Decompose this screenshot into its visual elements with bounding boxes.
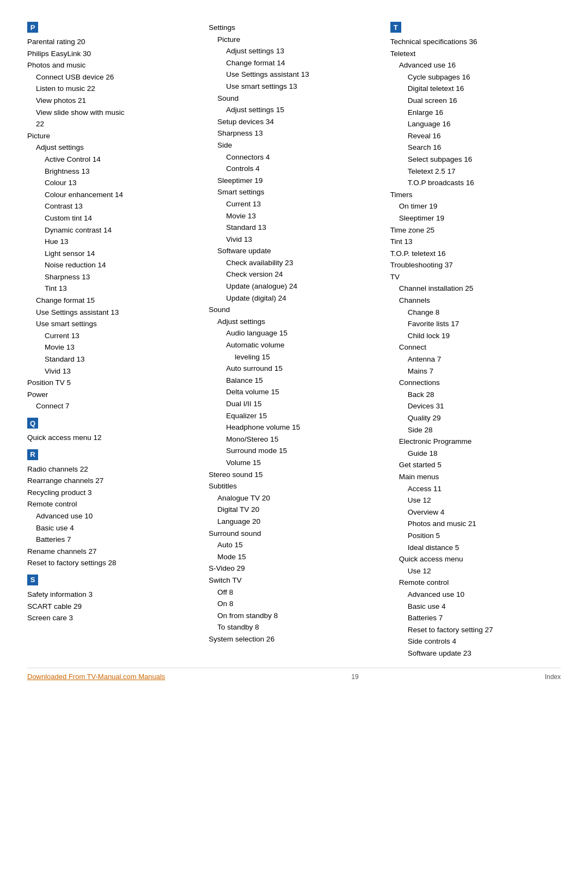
index-entry: Tint 13 bbox=[45, 283, 198, 295]
index-entry: Mode 15 bbox=[217, 551, 379, 563]
index-entry: Surround mode 15 bbox=[226, 445, 379, 457]
index-entry: Audio language 15 bbox=[226, 327, 379, 339]
footer-page-number: 19 bbox=[351, 673, 358, 681]
index-entry: Batteries 7 bbox=[36, 534, 198, 546]
index-entry: Access 11 bbox=[408, 483, 561, 495]
index-entry: T.O.P broadcasts 16 bbox=[408, 177, 561, 189]
index-entry: Rename channels 27 bbox=[27, 546, 198, 558]
index-entry: Connect 7 bbox=[36, 400, 198, 412]
index-entry: Ideal distance 5 bbox=[408, 542, 561, 554]
index-entry: Check version 24 bbox=[226, 268, 379, 280]
index-entry: Devices 31 bbox=[408, 400, 561, 412]
footer: Downloaded From TV-Manual.com Manuals 19… bbox=[27, 668, 561, 681]
index-entry: Power bbox=[27, 389, 198, 401]
index-entry: Safety information 3 bbox=[27, 589, 198, 601]
index-entry: Channels bbox=[399, 295, 561, 307]
index-entry: Dynamic contrast 14 bbox=[45, 224, 198, 236]
index-entry: Guide 18 bbox=[408, 448, 561, 460]
index-entry: Balance 15 bbox=[226, 375, 379, 387]
index-entry: Antenna 7 bbox=[408, 353, 561, 365]
index-entry: Basic use 4 bbox=[36, 522, 198, 534]
index-entry: Sound bbox=[209, 304, 379, 316]
index-entry: Update (digital) 24 bbox=[226, 292, 379, 304]
index-entry: Connections bbox=[399, 377, 561, 389]
index-entry: Adjust settings bbox=[217, 316, 379, 328]
index-entry: Language 16 bbox=[408, 118, 561, 130]
index-entry: Time zone 25 bbox=[390, 224, 561, 236]
column-0: PParental rating 20Philips EasyLink 30Ph… bbox=[27, 22, 209, 624]
index-entry: Teletext 2.5 17 bbox=[408, 166, 561, 178]
index-entry: T.O.P. teletext 16 bbox=[390, 248, 561, 260]
index-entry: Standard 13 bbox=[45, 353, 198, 365]
index-entry: Smart settings bbox=[217, 186, 379, 198]
index-entry: Software update bbox=[217, 245, 379, 257]
index-entry: Sharpness 13 bbox=[217, 127, 379, 139]
index-entry: Screen care 3 bbox=[27, 612, 198, 624]
index-entry: Troubleshooting 37 bbox=[390, 259, 561, 271]
index-entry: Side bbox=[217, 139, 379, 151]
index-entry: Use smart settings 13 bbox=[226, 81, 379, 93]
index-entry: Radio channels 22 bbox=[27, 463, 198, 475]
index-entry: Sound bbox=[217, 93, 379, 105]
index-entry: Movie 13 bbox=[226, 210, 379, 222]
index-entry: Adjust settings 15 bbox=[226, 104, 379, 116]
index-entry: System selection 26 bbox=[209, 633, 379, 645]
index-entry: Quality 29 bbox=[408, 412, 561, 424]
index-entry: Sleeptimer 19 bbox=[399, 212, 561, 224]
index-entry: Remote control bbox=[399, 577, 561, 589]
index-entry: Quick access menu bbox=[399, 553, 561, 565]
index-entry: Recycling product 3 bbox=[27, 487, 198, 499]
index-entry: Sharpness 13 bbox=[45, 271, 198, 283]
index-entry: Enlarge 16 bbox=[408, 107, 561, 119]
index-entry: Main menus bbox=[399, 471, 561, 483]
index-entry: Noise reduction 14 bbox=[45, 259, 198, 271]
index-entry: View photos 21 bbox=[36, 95, 198, 107]
index-entry: Timers bbox=[390, 189, 561, 201]
index-entry: Use Settings assistant 13 bbox=[36, 307, 198, 319]
index-entry: Controls 4 bbox=[226, 163, 379, 175]
index-entry: Check availability 23 bbox=[226, 257, 379, 269]
index-entry: On timer 19 bbox=[399, 200, 561, 212]
index-entry: Cycle subpages 16 bbox=[408, 71, 561, 83]
section-header-s: S bbox=[27, 575, 38, 585]
section-header-p: P bbox=[27, 22, 38, 33]
index-entry: Mono/Stereo 15 bbox=[226, 433, 379, 445]
index-entry: Advanced use 10 bbox=[408, 589, 561, 601]
index-entry: Analogue TV 20 bbox=[217, 492, 379, 504]
index-entry: Teletext bbox=[390, 48, 561, 60]
section-header-r: R bbox=[27, 449, 38, 460]
page: PParental rating 20Philips EasyLink 30Ph… bbox=[0, 0, 588, 692]
index-entry: Basic use 4 bbox=[408, 601, 561, 613]
column-2: TTechnical specifications 36TeletextAdva… bbox=[390, 22, 561, 659]
index-entry: On 8 bbox=[217, 598, 379, 610]
index-entry: Connectors 4 bbox=[226, 151, 379, 163]
section-header-q: Q bbox=[27, 418, 38, 429]
index-entry: Channel installation 25 bbox=[399, 283, 561, 295]
index-entry: Current 13 bbox=[45, 330, 198, 342]
index-entry: Hue 13 bbox=[45, 236, 198, 248]
index-entry: SCART cable 29 bbox=[27, 601, 198, 613]
index-entry: Advanced use 16 bbox=[399, 59, 561, 71]
index-entry: Child lock 19 bbox=[408, 330, 561, 342]
index-entry: Philips EasyLink 30 bbox=[27, 48, 198, 60]
index-entry: S-Video 29 bbox=[209, 563, 379, 575]
index-entry: 22 bbox=[36, 118, 198, 130]
index-entry: Side 28 bbox=[408, 424, 561, 436]
index-entry: Automatic volume bbox=[226, 339, 379, 351]
index-entry: Electronic Programme bbox=[399, 436, 561, 448]
index-entry: Change format 14 bbox=[226, 57, 379, 69]
index-entry: Photos and music bbox=[27, 59, 198, 71]
index-entry: Tint 13 bbox=[390, 236, 561, 248]
index-entry: Headphone volume 15 bbox=[226, 421, 379, 433]
index-entry: Position TV 5 bbox=[27, 377, 198, 389]
index-entry: Get started 5 bbox=[399, 459, 561, 471]
index-entry: Setup devices 34 bbox=[217, 116, 379, 128]
index-entry: Digital TV 20 bbox=[217, 504, 379, 516]
index-entry: Back 28 bbox=[408, 389, 561, 401]
footer-link[interactable]: Downloaded From TV-Manual.com Manuals bbox=[27, 673, 165, 681]
index-entry: Batteries 7 bbox=[408, 612, 561, 624]
index-entry: Advanced use 10 bbox=[36, 510, 198, 522]
index-entry: On from standby 8 bbox=[217, 610, 379, 622]
index-entry: Off 8 bbox=[217, 586, 379, 598]
index-entry: Vivid 13 bbox=[45, 365, 198, 377]
